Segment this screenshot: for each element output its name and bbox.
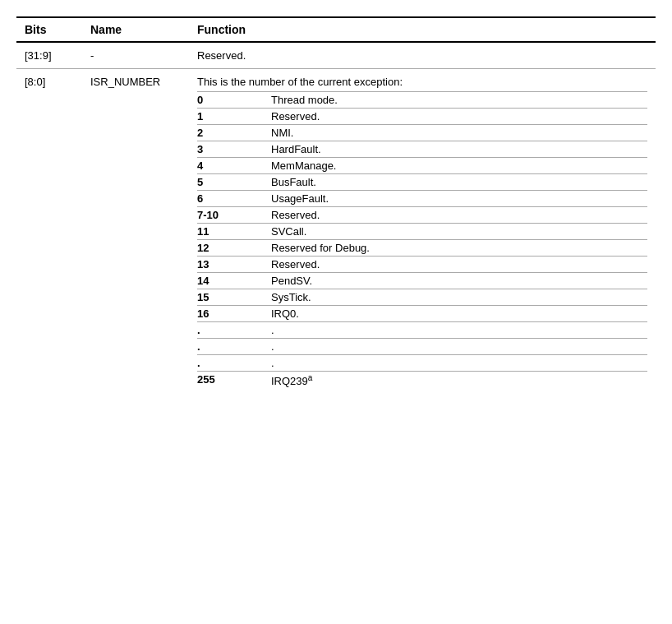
sub-desc-cell: . bbox=[263, 322, 647, 339]
sub-value-cell: 0 bbox=[197, 92, 263, 109]
isr-sub-table: 0 Thread mode. 1 Reserved. 2 NMI. 3 Hard… bbox=[197, 91, 647, 389]
sub-table-row: 15 SysTick. bbox=[197, 289, 647, 306]
sub-table-row: . . bbox=[197, 339, 647, 355]
sub-value-cell: . bbox=[197, 355, 263, 372]
sub-value-cell: 4 bbox=[197, 158, 263, 174]
sub-value-cell: 255 bbox=[197, 372, 263, 390]
sub-table-row: 6 UsageFault. bbox=[197, 191, 647, 207]
sub-desc-cell: . bbox=[263, 355, 647, 372]
sub-desc-cell: PendSV. bbox=[263, 273, 647, 289]
name-cell: ISR_NUMBER bbox=[82, 69, 189, 393]
sub-value-cell: 3 bbox=[197, 141, 263, 158]
sub-table-row: 4 MemManage. bbox=[197, 158, 647, 174]
sub-table-row: 7-10 Reserved. bbox=[197, 207, 647, 224]
sub-table-row: 11 SVCall. bbox=[197, 224, 647, 240]
sub-table-row: 14 PendSV. bbox=[197, 273, 647, 289]
sub-value-cell: . bbox=[197, 322, 263, 339]
sub-desc-cell: . bbox=[263, 339, 647, 355]
sub-table-row: 16 IRQ0. bbox=[197, 306, 647, 322]
sub-value-cell: 13 bbox=[197, 257, 263, 273]
sub-table-row: . . bbox=[197, 322, 647, 339]
superscript: a bbox=[308, 373, 313, 382]
sub-desc-cell: Reserved for Debug. bbox=[263, 240, 647, 257]
table-header-row: Bits Name Function bbox=[16, 17, 656, 42]
sub-table-row: 1 Reserved. bbox=[197, 109, 647, 125]
sub-value-cell: 15 bbox=[197, 289, 263, 306]
sub-desc-cell: UsageFault. bbox=[263, 191, 647, 207]
sub-desc-cell: IRQ239a bbox=[263, 372, 647, 390]
sub-desc-cell: IRQ0. bbox=[263, 306, 647, 322]
isr-description: This is the number of the current except… bbox=[197, 76, 647, 88]
table-row: [31:9] - Reserved. bbox=[16, 42, 656, 69]
sub-value-cell: 1 bbox=[197, 109, 263, 125]
sub-value-cell: 5 bbox=[197, 174, 263, 191]
sub-table-row: 12 Reserved for Debug. bbox=[197, 240, 647, 257]
name-cell: - bbox=[82, 42, 189, 69]
sub-desc-cell: SysTick. bbox=[263, 289, 647, 306]
sub-desc-cell: MemManage. bbox=[263, 158, 647, 174]
sub-table-row: 0 Thread mode. bbox=[197, 92, 647, 109]
sub-desc-cell: Reserved. bbox=[263, 257, 647, 273]
sub-table-row: 13 Reserved. bbox=[197, 257, 647, 273]
table-row: [8:0] ISR_NUMBER This is the number of t… bbox=[16, 69, 656, 393]
header-bits: Bits bbox=[16, 17, 82, 42]
bits-cell: [8:0] bbox=[16, 69, 82, 393]
sub-desc-cell: SVCall. bbox=[263, 224, 647, 240]
sub-table-row: 3 HardFault. bbox=[197, 141, 647, 158]
sub-value-cell: 6 bbox=[197, 191, 263, 207]
bits-cell: [31:9] bbox=[16, 42, 82, 69]
sub-desc-cell: HardFault. bbox=[263, 141, 647, 158]
sub-table-row: . . bbox=[197, 355, 647, 372]
sub-desc-cell: Reserved. bbox=[263, 207, 647, 224]
sub-desc-cell: NMI. bbox=[263, 125, 647, 141]
header-name: Name bbox=[82, 17, 189, 42]
sub-table-row: 255 IRQ239a bbox=[197, 372, 647, 390]
header-function: Function bbox=[189, 17, 656, 42]
sub-value-cell: 12 bbox=[197, 240, 263, 257]
function-cell: This is the number of the current except… bbox=[189, 69, 656, 393]
sub-value-cell: 7-10 bbox=[197, 207, 263, 224]
sub-value-cell: 14 bbox=[197, 273, 263, 289]
sub-table-row: 5 BusFault. bbox=[197, 174, 647, 191]
sub-desc-cell: Thread mode. bbox=[263, 92, 647, 109]
sub-table-row: 2 NMI. bbox=[197, 125, 647, 141]
sub-value-cell: 2 bbox=[197, 125, 263, 141]
sub-desc-cell: BusFault. bbox=[263, 174, 647, 191]
sub-value-cell: . bbox=[197, 339, 263, 355]
sub-value-cell: 16 bbox=[197, 306, 263, 322]
sub-desc-cell: Reserved. bbox=[263, 109, 647, 125]
register-table: Bits Name Function [31:9] - Reserved. [8… bbox=[16, 16, 656, 392]
function-cell: Reserved. bbox=[189, 42, 656, 69]
sub-value-cell: 11 bbox=[197, 224, 263, 240]
